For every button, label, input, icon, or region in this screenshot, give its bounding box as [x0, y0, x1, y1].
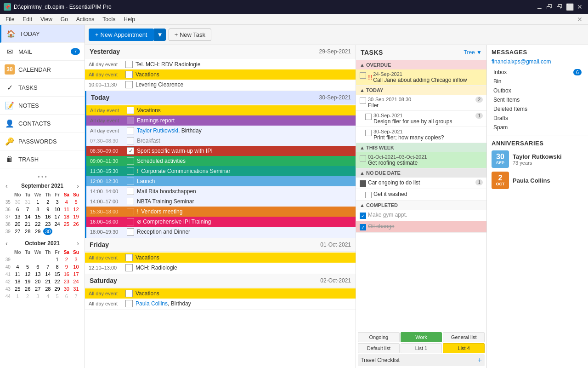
- cal-day[interactable]: 24: [52, 220, 62, 228]
- oct-prev-btn[interactable]: ‹: [4, 240, 10, 247]
- task-item[interactable]: 30-Sep-2021 08:30 Filer 2: [356, 95, 486, 111]
- cal-day[interactable]: 12: [23, 270, 32, 278]
- event-row[interactable]: All day event Vacations: [86, 105, 356, 115]
- message-item-inbox[interactable]: Inbox 6: [492, 68, 583, 77]
- cal-day[interactable]: 19: [71, 213, 81, 220]
- oct-next-btn[interactable]: ›: [75, 240, 81, 247]
- event-row[interactable]: 16:00–16:00 ⊘ Comprehensive IPI Training: [86, 217, 356, 227]
- birthday-link-paula[interactable]: Paula Collins: [136, 300, 168, 307]
- cal-day[interactable]: 10: [71, 263, 81, 270]
- snap-btn[interactable]: ⬜: [565, 2, 574, 12]
- cal-day[interactable]: 11: [12, 270, 23, 278]
- event-checkbox[interactable]: [125, 71, 133, 78]
- cal-day[interactable]: 4: [62, 198, 71, 206]
- event-checkbox[interactable]: [125, 81, 133, 88]
- minimize-btn[interactable]: 🗕: [535, 2, 544, 12]
- event-checkbox[interactable]: [127, 188, 134, 195]
- cal-day[interactable]: 30: [12, 198, 23, 206]
- cal-day[interactable]: 4: [43, 293, 52, 300]
- event-checkbox[interactable]: [127, 157, 134, 165]
- cal-day[interactable]: 9: [62, 263, 71, 270]
- cal-day[interactable]: 9: [43, 206, 52, 213]
- task-list-1[interactable]: List 1: [401, 343, 442, 353]
- cal-day[interactable]: 1: [52, 256, 62, 263]
- event-checkbox[interactable]: [127, 178, 134, 185]
- cal-day[interactable]: 1: [12, 293, 23, 300]
- task-item[interactable]: Car ongoing to do list 1: [356, 178, 486, 189]
- cal-day[interactable]: [32, 256, 43, 263]
- cal-day[interactable]: 4: [12, 263, 23, 270]
- event-row[interactable]: 14:00–14:00 Mail Rita boodschappen: [86, 186, 356, 196]
- task-checkbox-checked[interactable]: [360, 213, 366, 219]
- sidebar-item-mail[interactable]: ✉ MAIL 7: [0, 43, 85, 61]
- task-checkbox[interactable]: [360, 98, 366, 104]
- cal-day[interactable]: 23: [43, 220, 52, 228]
- sidebar-item-notes[interactable]: 📝 NOTES: [0, 97, 85, 115]
- task-list-4[interactable]: List 4: [443, 343, 485, 353]
- message-item-spam[interactable]: Spam: [492, 123, 583, 132]
- cal-day[interactable]: 7: [23, 206, 32, 213]
- event-row[interactable]: All day event Taylor Rutkowski, Birthday: [86, 126, 356, 136]
- task-group-nodue[interactable]: ▲ NO DUE DATE: [356, 168, 486, 178]
- cal-day[interactable]: [43, 256, 52, 263]
- new-appointment-dropdown[interactable]: ▼: [154, 29, 166, 41]
- event-row[interactable]: All day event Vacations: [85, 288, 356, 299]
- event-checkbox[interactable]: [127, 208, 134, 215]
- restore-btn[interactable]: 🗗: [555, 2, 564, 12]
- task-item[interactable]: Get it washed: [356, 189, 486, 201]
- cal-day[interactable]: 10: [52, 206, 62, 213]
- new-task-btn[interactable]: + New Task: [169, 29, 211, 41]
- event-row[interactable]: 18:00–19:30 Reception and Dinner: [86, 227, 356, 237]
- cal-day[interactable]: 15: [32, 213, 43, 220]
- task-list-default[interactable]: Default list: [358, 343, 400, 353]
- anniversary-name[interactable]: Taylor Rutkowski: [513, 153, 583, 160]
- menu-edit[interactable]: Edit: [19, 15, 36, 23]
- menu-actions[interactable]: Actions: [73, 15, 98, 23]
- cal-day[interactable]: 17: [52, 213, 62, 220]
- cal-day[interactable]: 5: [71, 198, 81, 206]
- cal-day[interactable]: [23, 256, 32, 263]
- cal-day[interactable]: 23: [62, 278, 71, 285]
- cal-day[interactable]: 3: [32, 293, 43, 300]
- menu-help[interactable]: Help: [120, 15, 139, 23]
- event-row[interactable]: 09:00–11:30 Scheduled activities: [86, 156, 356, 166]
- cal-day[interactable]: 28: [23, 228, 32, 235]
- cal-day[interactable]: 2: [62, 256, 71, 263]
- task-checkbox[interactable]: [360, 180, 366, 187]
- sep-prev-btn[interactable]: ‹: [4, 182, 10, 190]
- menu-tools[interactable]: Tools: [99, 15, 119, 23]
- cal-day[interactable]: 8: [52, 263, 62, 270]
- task-checkbox-checked[interactable]: [360, 224, 366, 230]
- cal-day[interactable]: 2: [23, 293, 32, 300]
- cal-day[interactable]: 3: [71, 256, 81, 263]
- event-checkbox[interactable]: [125, 254, 133, 261]
- new-appointment-btn[interactable]: + New Appointment: [89, 29, 154, 41]
- cal-day[interactable]: 13: [32, 270, 43, 278]
- cal-day[interactable]: 22: [32, 220, 43, 228]
- cal-day[interactable]: 7: [71, 293, 81, 300]
- event-checkbox[interactable]: [127, 218, 134, 225]
- cal-day[interactable]: 3: [52, 198, 62, 206]
- cal-day[interactable]: 29: [52, 285, 62, 293]
- cal-day[interactable]: 15: [52, 270, 62, 278]
- cal-day[interactable]: 7: [43, 263, 52, 270]
- maximize-btn[interactable]: 🗗: [545, 2, 554, 12]
- close-view-btn[interactable]: ✕: [573, 16, 586, 23]
- cal-day[interactable]: 26: [23, 285, 32, 293]
- sidebar-item-calendar[interactable]: 30 CALENDAR: [0, 61, 85, 79]
- cal-day[interactable]: 12: [71, 206, 81, 213]
- cal-day[interactable]: 13: [12, 213, 23, 220]
- cal-day[interactable]: 21: [23, 220, 32, 228]
- cal-day[interactable]: 30: [62, 285, 71, 293]
- task-group-completed[interactable]: ▲ COMPLETED: [356, 201, 486, 210]
- cal-day[interactable]: [12, 256, 23, 263]
- event-row[interactable]: All day event Paula Collins, Birthday: [85, 299, 356, 309]
- cal-day[interactable]: 25: [12, 285, 23, 293]
- event-row[interactable]: 11:30–15:30 ! Corporate Communications S…: [86, 166, 356, 176]
- event-row[interactable]: 10:00–11:30 Levering Clearence: [85, 80, 356, 90]
- event-row[interactable]: All day event Vacations: [85, 69, 356, 80]
- sidebar-item-tasks[interactable]: ✓ TASKS: [0, 79, 85, 97]
- cal-day[interactable]: 16: [62, 270, 71, 278]
- menu-view[interactable]: View: [37, 15, 56, 23]
- task-checkbox[interactable]: [360, 155, 366, 161]
